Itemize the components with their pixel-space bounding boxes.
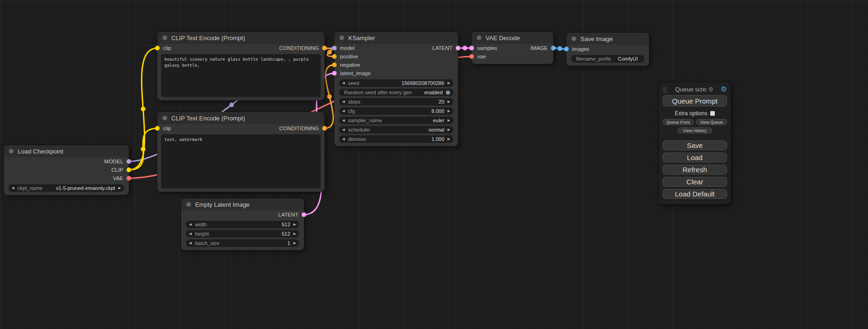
extra-options-label: Extra options xyxy=(675,110,707,117)
input-label-vae: vae xyxy=(477,54,486,59)
input-slot-model[interactable] xyxy=(332,46,337,50)
node-title-bar[interactable]: Load Checkpoint xyxy=(4,145,129,157)
next-value-arrow-icon[interactable]: ▶ xyxy=(448,98,450,105)
queue-front-button[interactable]: Queue Front xyxy=(663,119,694,125)
collapse-dot-icon[interactable] xyxy=(572,36,576,41)
prev-value-arrow-icon[interactable]: ◀ xyxy=(342,98,345,105)
collapse-dot-icon[interactable] xyxy=(186,202,191,207)
input-label-model: model xyxy=(340,45,354,51)
input-slot-positive[interactable] xyxy=(332,54,337,59)
node-title-bar[interactable]: Empty Latent Image xyxy=(181,198,304,210)
prev-value-arrow-icon[interactable]: ◀ xyxy=(342,79,345,87)
node-vae-decode[interactable]: VAE Decode samples IMAGE vae xyxy=(472,32,553,64)
next-value-arrow-icon[interactable]: ▶ xyxy=(294,230,296,238)
node-title-bar[interactable]: KSampler xyxy=(334,32,458,44)
save-button[interactable]: Save xyxy=(663,140,727,150)
next-value-arrow-icon[interactable]: ▶ xyxy=(448,117,450,124)
widget-denoise[interactable]: ◀ denoise 1.000 ▶ xyxy=(339,135,453,143)
wire-midpoint-dot xyxy=(557,46,562,51)
next-value-arrow-icon[interactable]: ▶ xyxy=(294,239,296,247)
prev-value-arrow-icon[interactable]: ◀ xyxy=(342,117,345,124)
input-label-clip: clip xyxy=(163,126,171,131)
node-save-image[interactable]: Save Image images filename_prefix ComfyU… xyxy=(566,33,649,66)
input-slot-clip[interactable] xyxy=(155,126,160,131)
prompt-textarea[interactable]: beautiful scenery nature glass bottle la… xyxy=(161,54,321,97)
view-history-button[interactable]: View History xyxy=(677,127,712,133)
output-slot-conditioning[interactable] xyxy=(322,46,327,50)
settings-gear-icon[interactable]: ⚙ xyxy=(721,85,727,93)
node-title-bar[interactable]: CLIP Text Encode (Prompt) xyxy=(157,112,325,124)
node-title-bar[interactable]: Save Image xyxy=(566,33,649,45)
next-value-arrow-icon[interactable]: ▶ xyxy=(119,184,121,192)
extra-options-checkbox[interactable] xyxy=(710,111,715,116)
output-slot-latent[interactable] xyxy=(456,46,460,50)
toggle-dot-icon[interactable] xyxy=(446,91,450,95)
prev-value-arrow-icon[interactable]: ◀ xyxy=(342,107,345,115)
prev-value-arrow-icon[interactable]: ◀ xyxy=(189,221,191,228)
widget-steps[interactable]: ◀ steps 20 ▶ xyxy=(339,98,453,105)
node-load-checkpoint[interactable]: Load Checkpoint MODEL CLIP VAE ◀ ckpt_na… xyxy=(4,145,129,195)
output-slot-clip[interactable] xyxy=(127,168,131,172)
load-button[interactable]: Load xyxy=(663,153,727,162)
next-value-arrow-icon[interactable]: ▶ xyxy=(294,221,296,228)
input-slot-images[interactable] xyxy=(564,47,569,51)
widget-name: scheduler xyxy=(348,127,370,133)
view-queue-button[interactable]: View Queue xyxy=(696,119,727,125)
node-ksampler[interactable]: KSampler model LATENT positive negative … xyxy=(334,32,458,146)
prev-value-arrow-icon[interactable]: ◀ xyxy=(342,135,345,143)
output-slot-latent[interactable] xyxy=(302,212,306,217)
node-graph-canvas[interactable]: Load Checkpoint MODEL CLIP VAE ◀ ckpt_na… xyxy=(0,0,868,329)
next-value-arrow-icon[interactable]: ▶ xyxy=(448,79,450,87)
next-value-arrow-icon[interactable]: ▶ xyxy=(448,126,450,133)
input-slot-vae[interactable] xyxy=(469,54,474,59)
prev-value-arrow-icon[interactable]: ◀ xyxy=(12,184,14,192)
input-slot-clip[interactable] xyxy=(155,46,160,50)
refresh-button[interactable]: Refresh xyxy=(663,165,727,175)
widget-value: 512 xyxy=(282,231,290,237)
widget-seed-control[interactable]: Random seed after every gen enabled xyxy=(339,89,453,96)
slot-row: vae xyxy=(472,52,553,61)
input-slot-latent-image[interactable] xyxy=(332,71,337,76)
prev-value-arrow-icon[interactable]: ◀ xyxy=(342,126,345,133)
prev-value-arrow-icon[interactable]: ◀ xyxy=(189,239,191,247)
node-title-bar[interactable]: VAE Decode xyxy=(472,32,553,44)
slot-row: CLIP xyxy=(4,166,129,174)
next-value-arrow-icon[interactable]: ▶ xyxy=(448,107,450,115)
widget-width[interactable]: ◀ width 512 ▶ xyxy=(186,221,299,228)
collapse-dot-icon[interactable] xyxy=(339,35,344,40)
widget-sampler-name[interactable]: ◀ sampler_name euler ▶ xyxy=(339,117,453,124)
node-empty-latent-image[interactable]: Empty Latent Image LATENT ◀ width 512 ▶ … xyxy=(181,198,304,250)
widget-name: sampler_name xyxy=(348,118,382,123)
output-slot-image[interactable] xyxy=(551,46,556,50)
prompt-textarea[interactable]: text, watermark xyxy=(161,134,321,189)
widget-ckpt-name[interactable]: ◀ ckpt_name v1-5-pruned-emaonly.ckpt ▶ xyxy=(8,184,124,192)
collapse-dot-icon[interactable] xyxy=(9,149,14,154)
slot-row: clip CONDITIONING xyxy=(157,44,325,52)
output-slot-model[interactable] xyxy=(127,159,131,164)
widget-seed[interactable]: ◀ seed 156680208700286 ▶ xyxy=(339,79,453,87)
clear-button[interactable]: Clear xyxy=(663,177,727,187)
collapse-dot-icon[interactable] xyxy=(477,35,481,40)
input-label-clip: clip xyxy=(163,45,171,51)
output-slot-vae[interactable] xyxy=(127,176,131,181)
collapse-dot-icon[interactable] xyxy=(162,35,167,40)
input-slot-samples[interactable] xyxy=(469,46,474,50)
output-slot-conditioning[interactable] xyxy=(322,126,327,131)
widget-height[interactable]: ◀ height 512 ▶ xyxy=(186,230,299,238)
node-title-bar[interactable]: CLIP Text Encode (Prompt) xyxy=(157,32,325,44)
queue-prompt-button[interactable]: Queue Prompt xyxy=(663,95,727,106)
collapse-dot-icon[interactable] xyxy=(162,116,167,120)
drag-handle-icon[interactable]: ⣿ xyxy=(663,86,667,93)
node-clip-text-encode-positive[interactable]: CLIP Text Encode (Prompt) clip CONDITION… xyxy=(157,32,325,100)
widget-name: seed xyxy=(348,80,359,86)
node-clip-text-encode-negative[interactable]: CLIP Text Encode (Prompt) clip CONDITION… xyxy=(157,112,325,192)
widget-scheduler[interactable]: ◀ scheduler normal ▶ xyxy=(339,126,453,133)
input-slot-negative[interactable] xyxy=(332,63,337,67)
slot-row: latent_image xyxy=(334,69,458,77)
prev-value-arrow-icon[interactable]: ◀ xyxy=(189,230,191,238)
widget-filename-prefix[interactable]: filename_prefix ComfyUI xyxy=(571,55,644,63)
load-default-button[interactable]: Load Default xyxy=(663,189,727,199)
next-value-arrow-icon[interactable]: ▶ xyxy=(448,135,450,143)
widget-batch-size[interactable]: ◀ batch_size 1 ▶ xyxy=(186,239,299,247)
widget-cfg[interactable]: ◀ cfg 8.000 ▶ xyxy=(339,107,453,115)
